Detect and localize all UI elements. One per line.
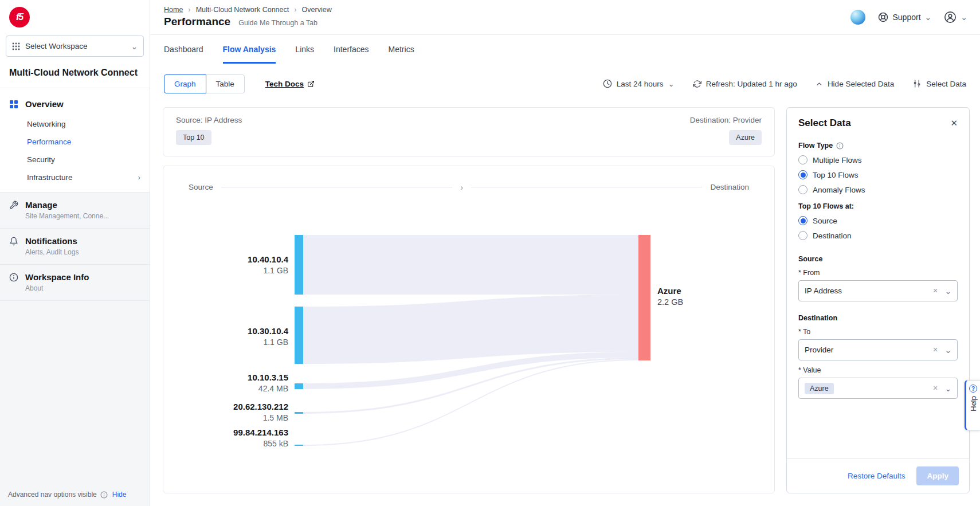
clear-icon[interactable]: ✕ — [930, 385, 940, 392]
question-mark-icon: ? — [969, 385, 977, 393]
guide-me-link[interactable]: Guide Me Through a Tab — [238, 19, 317, 27]
value-chip[interactable]: Azure — [805, 383, 834, 394]
sidebar: f5 Select Workspace ⌄ Multi-Cloud Networ… — [0, 0, 150, 506]
wrench-icon — [9, 201, 18, 210]
sankey-destination-node-Azure[interactable] — [638, 235, 650, 360]
filter-source-label: Source: IP Address — [176, 116, 242, 124]
sidebar-item-infrastructure-label: Infrastructure — [27, 173, 73, 182]
from-select[interactable]: IP Address ✕ ⌄ — [798, 280, 958, 301]
restore-defaults-link[interactable]: Restore Defaults — [848, 472, 905, 480]
radio-icon — [798, 185, 807, 194]
sidebar-item-notifications-sub: Alerts, Audit Logs — [25, 248, 140, 256]
account-menu[interactable]: ⌄ — [944, 11, 967, 23]
tab-flow-analysis[interactable]: Flow Analysis — [223, 35, 276, 64]
sidebar-item-infrastructure[interactable]: Infrastructure › — [0, 168, 150, 186]
tab-links[interactable]: Links — [295, 35, 314, 64]
radio-icon — [798, 231, 807, 240]
hide-selected-data-label: Hide Selected Data — [828, 80, 894, 88]
apply-button[interactable]: Apply — [916, 466, 959, 485]
sidebar-item-manage-sub: Site Management, Conne... — [25, 212, 140, 220]
hide-selected-data-button[interactable]: Hide Selected Data — [816, 80, 894, 88]
flow-type-label-text: Flow Type — [798, 142, 833, 150]
info-icon — [836, 142, 844, 150]
value-select[interactable]: Azure ✕ ⌄ — [798, 378, 958, 399]
sankey-card: Source › Destination 10.40.10.41.1 GB10.… — [163, 166, 775, 493]
radio-anomaly-flows[interactable]: Anomaly Flows — [798, 185, 958, 194]
panel-title: Select Data — [798, 117, 851, 129]
help-tab-label: Help — [969, 396, 978, 411]
sidebar-item-overview[interactable]: Overview — [0, 93, 150, 115]
close-icon[interactable]: ✕ — [950, 118, 958, 128]
sankey-flow-10.40.10.4[interactable] — [303, 235, 638, 295]
workspace-selector[interactable]: Select Workspace ⌄ — [6, 36, 144, 57]
tab-metrics[interactable]: Metrics — [389, 35, 414, 64]
destination-filter-chip[interactable]: Azure — [729, 130, 762, 145]
refresh-button[interactable]: Refresh: Updated 1 hr ago — [693, 80, 797, 88]
radio-selected-icon — [798, 216, 807, 225]
graph-view-button[interactable]: Graph — [164, 74, 206, 93]
view-toggle: Graph Table — [164, 74, 245, 93]
sidebar-item-workspace-info-sub: About — [25, 284, 140, 292]
tech-docs-label: Tech Docs — [265, 80, 304, 88]
tab-links-label: Links — [295, 45, 314, 54]
topbar: Home › Multi-Cloud Network Connect › Ove… — [150, 0, 980, 35]
page-title: Performance — [164, 15, 230, 28]
support-label: Support — [892, 13, 920, 22]
radio-top-10-flows[interactable]: Top 10 Flows — [798, 170, 958, 179]
radio-selected-icon — [798, 170, 807, 179]
sidebar-item-networking[interactable]: Networking — [0, 115, 150, 133]
table-view-button[interactable]: Table — [206, 74, 245, 93]
hide-nav-link[interactable]: Hide — [112, 491, 127, 499]
flow-type-label: Flow Type — [798, 142, 958, 150]
select-data-button[interactable]: Select Data — [912, 79, 966, 88]
radio-top10-at-destination[interactable]: Destination — [798, 231, 958, 240]
sidebar-nav: Overview Networking Performance Security… — [0, 88, 150, 193]
sankey-source-node-20.62.130.212[interactable] — [295, 412, 303, 414]
sankey-source-node-99.84.214.163[interactable] — [295, 445, 303, 446]
sidebar-item-performance[interactable]: Performance — [0, 133, 150, 151]
to-field-label: * To — [798, 328, 958, 336]
sidebar-item-workspace-info[interactable]: Workspace Info About — [0, 265, 150, 301]
source-filter-chip[interactable]: Top 10 — [176, 130, 211, 145]
sidebar-item-overview-label: Overview — [25, 99, 64, 109]
radio-top10-at-source-label: Source — [813, 217, 837, 225]
tech-docs-link[interactable]: Tech Docs — [265, 80, 315, 88]
select-data-panel: Select Data ✕ Flow Type Multiple Flows T… — [786, 107, 970, 493]
clear-icon[interactable]: ✕ — [930, 287, 940, 295]
sankey-source-node-10.30.10.4[interactable] — [295, 307, 303, 364]
tab-bar: Dashboard Flow Analysis Links Interfaces… — [150, 35, 980, 64]
sidebar-item-notifications[interactable]: Notifications Alerts, Audit Logs — [0, 229, 150, 265]
info-icon — [9, 273, 18, 282]
info-icon — [100, 491, 108, 499]
chevron-up-icon — [816, 80, 823, 88]
to-select-value: Provider — [805, 346, 833, 354]
time-range-selector[interactable]: Last 24 hours ⌄ — [603, 79, 675, 88]
to-select[interactable]: Provider ✕ ⌄ — [798, 339, 958, 360]
chevron-down-icon: ⌄ — [131, 42, 138, 51]
sankey-source-node-10.10.3.15[interactable] — [295, 383, 303, 389]
sidebar-item-manage[interactable]: Manage Site Management, Conne... — [0, 193, 150, 229]
breadcrumb-home[interactable]: Home — [164, 6, 183, 14]
breadcrumb-separator-icon: › — [294, 5, 296, 14]
sankey-source-node-10.40.10.4[interactable] — [295, 235, 303, 295]
clear-icon[interactable]: ✕ — [930, 346, 940, 354]
tab-flow-analysis-label: Flow Analysis — [223, 45, 276, 54]
assistant-orb-icon[interactable] — [850, 10, 865, 25]
tab-dashboard[interactable]: Dashboard — [164, 35, 203, 64]
radio-top10-at-source[interactable]: Source — [798, 216, 958, 225]
select-data-label: Select Data — [926, 80, 966, 88]
radio-multiple-flows[interactable]: Multiple Flows — [798, 155, 958, 164]
support-menu[interactable]: Support ⌄ — [878, 12, 931, 22]
breadcrumb-overview: Overview — [302, 6, 332, 14]
refresh-icon — [693, 80, 701, 88]
refresh-label: Refresh: Updated 1 hr ago — [706, 80, 797, 88]
sidebar-item-security[interactable]: Security — [0, 151, 150, 168]
value-field-label: * Value — [798, 366, 958, 374]
f5-logo-icon[interactable]: f5 — [9, 7, 30, 28]
tab-interfaces[interactable]: Interfaces — [334, 35, 369, 64]
source-section-label: Source — [798, 255, 958, 263]
top10-at-label: Top 10 Flows at: — [798, 202, 958, 210]
chevron-down-icon: ⌄ — [945, 384, 951, 393]
sidebar-item-performance-label: Performance — [27, 138, 71, 146]
help-tab[interactable]: ? Help — [965, 380, 980, 430]
